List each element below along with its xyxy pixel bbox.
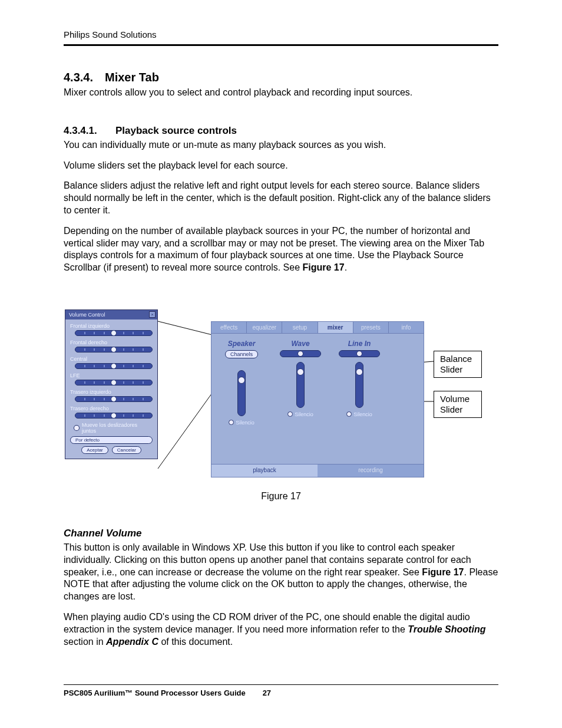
volume-slider[interactable] — [237, 370, 246, 416]
channel-label: LFE — [70, 373, 153, 378]
figure-ref: Figure 17 — [303, 262, 345, 272]
mute-label: Silencio — [353, 411, 372, 417]
balance-slider[interactable] — [339, 350, 380, 357]
mixer-panel: effectsequalizersetupmixerpresetsinfo Sp… — [211, 321, 424, 477]
mixer-column-title: Wave — [291, 340, 309, 348]
volume-control-dialog: Volume Control × Frontal izquierdoFronta… — [65, 309, 158, 459]
paragraph-text: This button is only available in Windows… — [64, 542, 471, 577]
paragraph: This button is only available in Windows… — [64, 542, 498, 603]
channel-slider[interactable] — [75, 330, 153, 336]
figure-17: Volume Control × Frontal izquierdoFronta… — [64, 309, 498, 486]
mixer-column: WaveSilencio — [276, 340, 325, 426]
xref-appendix-c: Appendix C — [106, 637, 158, 647]
slider-thumb-icon[interactable] — [356, 368, 363, 375]
tab-presets[interactable]: presets — [353, 322, 389, 333]
dialog-titlebar[interactable]: Volume Control × — [65, 310, 157, 319]
channel-slider[interactable] — [75, 396, 153, 402]
slider-thumb-icon[interactable] — [111, 380, 117, 386]
link-sliders-checkbox[interactable] — [74, 425, 80, 431]
page-footer: PSC805 Aurilium™ Sound Processor Users G… — [64, 684, 498, 697]
slider-thumb-icon[interactable] — [297, 351, 303, 357]
figure-ref: Figure 17 — [422, 567, 464, 577]
footer-title: PSC805 Aurilium™ Sound Processor Users G… — [64, 689, 246, 697]
mute-label: Silencio — [236, 420, 254, 426]
slider-thumb-icon[interactable] — [297, 368, 304, 375]
paragraph: You can individually mute or un-mute as … — [64, 139, 498, 151]
mute-checkbox[interactable] — [287, 411, 293, 417]
channel-label: Trasero izquierdo — [70, 389, 153, 395]
tab-effects[interactable]: effects — [211, 322, 247, 333]
channel-label: Central — [70, 356, 153, 362]
tab-setup[interactable]: setup — [282, 322, 318, 333]
channels-button[interactable]: Channels — [225, 350, 258, 358]
slider-thumb-icon[interactable] — [111, 330, 117, 336]
channel-row: Trasero izquierdo — [70, 389, 153, 402]
channel-label: Trasero derecho — [70, 406, 153, 411]
xref-troubleshooting: Trouble Shooting — [408, 624, 485, 634]
subsection-heading: 4.3.4.1.Playback source controls — [64, 125, 498, 137]
slider-thumb-icon[interactable] — [238, 377, 245, 384]
channel-row: Frontal izquierdo — [70, 323, 153, 336]
paragraph-text: . — [345, 262, 347, 272]
balance-slider[interactable] — [280, 350, 321, 357]
slider-thumb-icon[interactable] — [111, 363, 117, 369]
callout-balance-slider: Balance Slider — [434, 351, 482, 378]
section-number: 4.3.4. — [64, 71, 105, 84]
running-header: Philips Sound Solutions — [64, 29, 498, 43]
slider-thumb-icon[interactable] — [356, 351, 362, 357]
channel-label: Frontal derecho — [70, 340, 153, 345]
paragraph: Depending on the number of available pla… — [64, 225, 498, 274]
slider-thumb-icon[interactable] — [111, 347, 117, 353]
callout-volume-slider: Volume Slider — [434, 391, 482, 418]
mixer-tabs: effectsequalizersetupmixerpresetsinfo — [211, 322, 424, 334]
paragraph: Balance sliders adjust the relative left… — [64, 180, 498, 216]
tab-recording[interactable]: recording — [318, 465, 424, 477]
section-intro: Mixer controls allow you to select and c… — [64, 87, 498, 99]
mute-checkbox[interactable] — [346, 411, 352, 417]
subsection-title: Playback source controls — [115, 125, 237, 136]
paragraph-text: section in — [64, 637, 106, 647]
channel-slider[interactable] — [75, 363, 153, 369]
section-title: Mixer Tab — [105, 71, 159, 84]
default-button[interactable]: Por defecto — [70, 436, 153, 444]
paragraph: Volume sliders set the playback level fo… — [64, 160, 498, 172]
mixer-column-title: Line In — [348, 340, 371, 348]
volume-slider[interactable] — [296, 362, 305, 408]
cancel-button[interactable]: Cancelar — [112, 446, 141, 454]
ok-button[interactable]: Aceptar — [81, 446, 108, 454]
mixer-column: SpeakerChannelsSilencio — [217, 340, 266, 426]
channel-slider[interactable] — [75, 347, 153, 353]
figure-caption: Figure 17 — [64, 491, 498, 502]
tab-equalizer[interactable]: equalizer — [247, 322, 282, 333]
mixer-bottom-tabs: playback recording — [211, 464, 424, 477]
header-rule — [64, 44, 498, 46]
paragraph-text: of this document. — [158, 637, 233, 647]
section-heading: 4.3.4.Mixer Tab — [64, 71, 498, 84]
subsection-number: 4.3.4.1. — [64, 125, 115, 137]
channel-volume-heading: Channel Volume — [64, 528, 498, 539]
channel-row: Trasero derecho — [70, 406, 153, 419]
footer-page-number: 27 — [263, 689, 271, 697]
paragraph: When playing audio CD's using the CD ROM… — [64, 611, 498, 648]
paragraph-text: Depending on the number of available pla… — [64, 226, 484, 272]
channel-row: Central — [70, 356, 153, 369]
channel-row: Frontal derecho — [70, 340, 153, 353]
tab-playback[interactable]: playback — [211, 465, 318, 477]
close-icon[interactable]: × — [149, 311, 156, 318]
slider-thumb-icon[interactable] — [111, 413, 117, 419]
channel-slider[interactable] — [75, 380, 153, 386]
tab-info[interactable]: info — [389, 322, 424, 333]
mute-checkbox[interactable] — [229, 420, 234, 425]
tab-mixer[interactable]: mixer — [318, 322, 353, 333]
slider-thumb-icon[interactable] — [111, 396, 117, 402]
channel-row: LFE — [70, 373, 153, 386]
mixer-column-title: Speaker — [228, 340, 256, 348]
dialog-title: Volume Control — [69, 312, 105, 318]
channel-label: Frontal izquierdo — [70, 323, 153, 329]
mute-label: Silencio — [295, 411, 313, 417]
mixer-column: Line InSilencio — [335, 340, 384, 426]
volume-slider[interactable] — [355, 362, 363, 408]
channel-slider[interactable] — [75, 413, 153, 419]
link-sliders-label: Mueve los deslizadores juntos — [82, 422, 153, 434]
